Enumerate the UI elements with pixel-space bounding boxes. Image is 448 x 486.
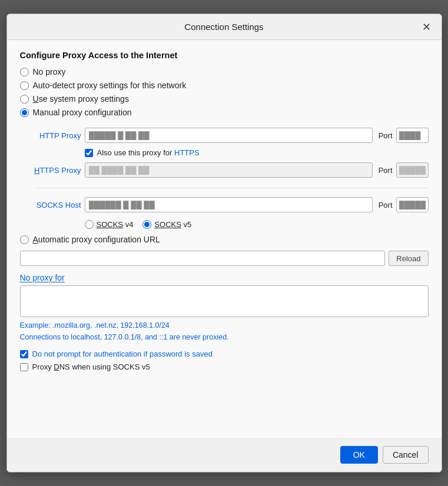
auto-proxy-url-input[interactable] <box>20 251 386 266</box>
manual-proxy-section: HTTP Proxy Port Also use this proxy for … <box>34 128 429 229</box>
https-port-input[interactable] <box>396 162 429 178</box>
auto-proxy-section: Automatic proxy configuration URL Reload <box>20 235 429 266</box>
socks-port-label: Port <box>379 201 393 209</box>
dialog-content: Configure Proxy Access to the Internet N… <box>7 40 442 438</box>
proxy-dns-row[interactable]: Proxy DNS when using SOCKS v5 <box>20 362 429 371</box>
https-proxy-input[interactable] <box>85 162 373 178</box>
radio-socks-v5[interactable] <box>142 220 151 229</box>
radio-label-auto-detect: Auto-detect proxy settings for this netw… <box>33 81 187 90</box>
https-port-label: Port <box>379 166 393 175</box>
socks-v5-item[interactable]: SOCKS v5 <box>142 220 191 229</box>
titlebar: Connection Settings ✕ <box>7 14 442 40</box>
radio-label-auto-url: Automatic proxy configuration URL <box>33 235 160 244</box>
dialog-title: Connection Settings <box>184 22 263 32</box>
proxy-dns-checkbox[interactable] <box>20 363 28 371</box>
proxy-dns-label: Proxy DNS when using SOCKS v5 <box>32 362 150 371</box>
radio-label-manual-proxy: Manual proxy configuration <box>33 108 132 117</box>
reload-button[interactable]: Reload <box>389 251 428 266</box>
radio-item-auto-detect[interactable]: Auto-detect proxy settings for this netw… <box>20 81 429 90</box>
dialog-footer: OK Cancel <box>7 438 442 472</box>
also-https-row: Also use this proxy for HTTPS <box>85 148 429 157</box>
radio-label-no-proxy: No proxy <box>33 67 66 76</box>
socks-port-input[interactable] <box>396 197 429 212</box>
http-port-input[interactable] <box>396 128 429 143</box>
http-port-label: Port <box>379 131 393 140</box>
radio-item-manual-proxy[interactable]: Manual proxy configuration <box>20 108 429 117</box>
section-title: Configure Proxy Access to the Internet <box>20 51 429 60</box>
radio-system-proxy[interactable] <box>20 95 29 104</box>
socks-host-input[interactable] <box>85 197 373 212</box>
no-proxy-label: No proxy for <box>20 273 429 282</box>
also-https-label: Also use this proxy for HTTPS <box>97 148 200 157</box>
connection-settings-dialog: Connection Settings ✕ Configure Proxy Ac… <box>6 14 442 472</box>
http-proxy-row: HTTP Proxy Port <box>34 128 429 143</box>
https-proxy-label: HTTPS Proxy <box>34 166 81 175</box>
https-proxy-row: HTTPS Proxy Port <box>34 162 429 178</box>
radio-item-system-proxy[interactable]: Use system proxy settings <box>20 94 429 104</box>
radio-label-system-proxy: Use system proxy settings <box>33 94 129 104</box>
http-proxy-label: HTTP Proxy <box>34 131 81 140</box>
radio-auto-detect[interactable] <box>20 81 29 90</box>
bottom-checkboxes: Do not prompt for authentication if pass… <box>20 349 429 371</box>
https-highlight: HTTPS <box>174 148 200 157</box>
radio-item-auto-url[interactable]: Automatic proxy configuration URL <box>20 235 429 244</box>
radio-manual-proxy[interactable] <box>20 108 29 117</box>
divider-1 <box>34 188 429 188</box>
connections-text: Connections to localhost, 127.0.0.1/8, a… <box>20 333 429 341</box>
no-prompt-auth-checkbox[interactable] <box>20 350 28 358</box>
ok-button[interactable]: OK <box>340 446 378 464</box>
no-proxy-section: No proxy for Example: .mozilla.org, .net… <box>20 273 429 341</box>
close-button[interactable]: ✕ <box>420 21 433 34</box>
example-text: Example: .mozilla.org, .net.nz, 192.168.… <box>20 321 429 329</box>
also-https-checkbox[interactable] <box>85 149 93 157</box>
no-prompt-auth-label: Do not prompt for authentication if pass… <box>32 349 213 358</box>
socks-host-label: SOCKS Host <box>34 201 81 209</box>
cancel-button[interactable]: Cancel <box>383 446 429 464</box>
radio-item-no-proxy[interactable]: No proxy <box>20 67 429 76</box>
socks-version-row: SOCKS v4 SOCKS v5 <box>85 220 429 229</box>
radio-no-proxy[interactable] <box>20 68 29 76</box>
socks-v4-item[interactable]: SOCKS v4 <box>85 220 134 229</box>
http-proxy-input[interactable] <box>85 128 373 143</box>
proxy-options-group: No proxy Auto-detect proxy settings for … <box>20 67 429 117</box>
socks-host-row: SOCKS Host Port <box>34 197 429 212</box>
auto-proxy-url-row: Reload <box>20 251 429 266</box>
socks-v4-label: SOCKS v4 <box>97 220 134 229</box>
radio-auto-url[interactable] <box>20 235 29 244</box>
socks-v5-label: SOCKS v5 <box>154 220 191 229</box>
no-prompt-auth-row[interactable]: Do not prompt for authentication if pass… <box>20 349 429 358</box>
no-proxy-textarea[interactable] <box>20 285 429 317</box>
radio-socks-v4[interactable] <box>85 220 94 229</box>
